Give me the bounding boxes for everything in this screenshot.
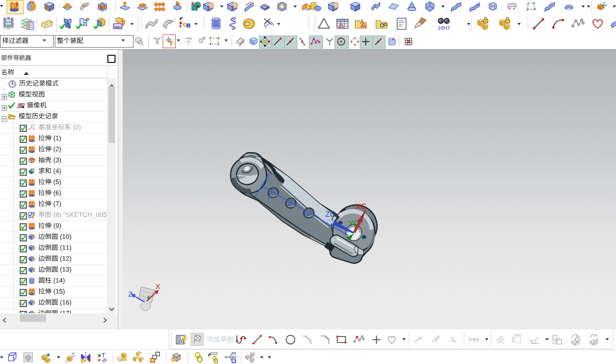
svg-text:ZC: ZC	[325, 210, 336, 218]
svg-text:YC: YC	[348, 219, 359, 228]
svg-text:X: X	[156, 282, 160, 291]
svg-text:10H7: 10H7	[437, 25, 450, 31]
svg-text:XC: XC	[356, 202, 366, 211]
svg-text:Z: Z	[128, 290, 133, 298]
svg-text:ABC: ABC	[114, 25, 122, 28]
